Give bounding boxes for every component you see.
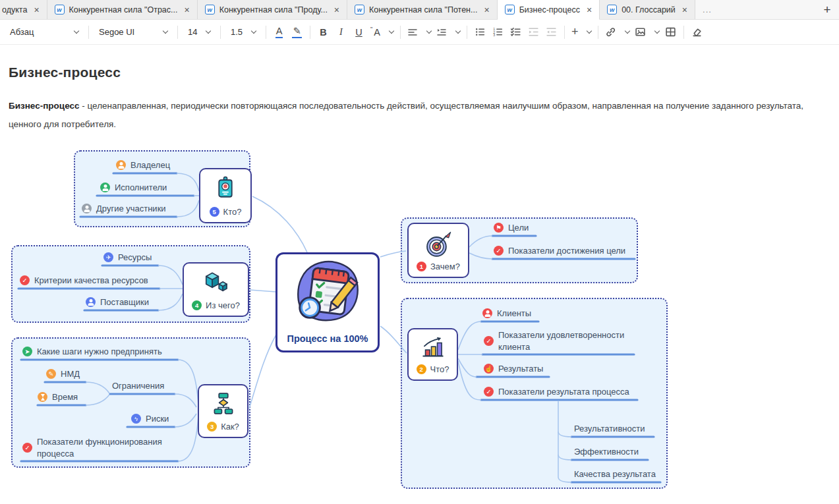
definition-paragraph: Бизнес-процесс - целенаправленная, перио…	[9, 97, 830, 134]
close-icon[interactable]: ×	[34, 5, 39, 14]
new-tab-button[interactable]: +	[815, 0, 839, 19]
tab-glossary[interactable]: w 00. Глоссарий ×	[600, 0, 695, 19]
paragraph-indent-button[interactable]	[434, 24, 463, 41]
mindmap-item: Показатели удовлетворенности клиента	[484, 329, 652, 353]
tab-business-process[interactable]: w Бизнес-процесс ×	[498, 0, 600, 20]
tab-label: 00. Глоссарий	[622, 5, 676, 14]
clear-formatting-button[interactable]	[688, 24, 706, 41]
number-badge: 4	[192, 300, 202, 310]
tab-otras[interactable]: w Конкурентная сила "Отрас... ×	[47, 0, 198, 19]
number-badge: 1	[417, 262, 426, 271]
font-color-glyph: A	[275, 26, 283, 38]
mindmap-subitem: Эффективности	[574, 446, 639, 458]
align-left-icon	[407, 27, 418, 38]
check-icon	[22, 443, 32, 453]
close-icon[interactable]: ×	[184, 5, 189, 14]
word-doc-icon: w	[205, 5, 215, 14]
plus-icon: +	[571, 25, 579, 39]
indent-marks-icon	[436, 27, 447, 38]
chevron-down-icon	[426, 28, 432, 34]
decrease-indent-button[interactable]	[542, 24, 560, 41]
word-doc-icon: w	[607, 5, 617, 14]
check-icon	[484, 336, 494, 346]
link-button[interactable]	[602, 24, 632, 41]
close-icon[interactable]: ×	[587, 5, 592, 14]
thumb-up-icon	[484, 364, 494, 374]
mindmap-subitem: Качества результата	[574, 468, 656, 480]
align-button[interactable]	[405, 24, 434, 41]
tab-label: Бизнес-процесс	[519, 5, 580, 14]
chevron-down-icon	[654, 28, 660, 34]
tab-poten[interactable]: w Конкурентная сила "Потен... ×	[347, 0, 498, 19]
quote-marks: ʺ	[370, 26, 372, 32]
more-text-format-button[interactable]: ʺ A	[368, 24, 396, 41]
chevron-down-icon	[587, 28, 592, 34]
tab-overflow-button[interactable]: ...	[695, 0, 719, 19]
italic-button[interactable]: I	[332, 24, 350, 41]
process-illustration-icon	[293, 260, 362, 324]
tab-produ[interactable]: w Конкурентная сила "Проду... ×	[198, 0, 347, 19]
definition-text: - целенаправленная, периодически повторя…	[9, 101, 803, 129]
toolbar: Абзац Segoe UI 14 1.5 A ✎ B I U ʺ A 123	[0, 20, 839, 45]
font-size-select[interactable]: 14	[182, 24, 216, 41]
insert-button[interactable]: +	[569, 24, 594, 41]
mindmap-item: Цели	[494, 222, 529, 234]
line-spacing-select[interactable]: 1.5	[225, 24, 262, 41]
divider	[598, 26, 598, 39]
font-color-button[interactable]: A	[270, 24, 288, 41]
tabbar-spacer	[719, 0, 815, 19]
more-format-glyph: A	[374, 27, 380, 38]
tab-label: Конкурентная сила "Потен...	[369, 5, 477, 14]
paragraph-style-select[interactable]: Абзац	[4, 24, 84, 41]
tab-cut[interactable]: одукта ×	[0, 0, 47, 19]
close-icon[interactable]: ×	[334, 5, 339, 14]
node-how: 3Как?	[198, 384, 248, 438]
mindmap-item: Показатели функционирования процесса	[22, 436, 186, 460]
plane-icon	[103, 252, 113, 262]
node-why: 1Зачем?	[407, 223, 469, 278]
eraser-icon	[691, 26, 703, 38]
divider	[467, 26, 467, 39]
chevron-down-icon	[251, 28, 256, 34]
close-icon[interactable]: ×	[682, 5, 687, 14]
increase-indent-button[interactable]	[525, 24, 542, 41]
image-button[interactable]	[632, 24, 662, 41]
node-label: Что?	[430, 364, 449, 374]
chevron-down-icon	[206, 28, 211, 34]
mindmap-subitem: Результативности	[574, 423, 645, 435]
hourglass-icon	[38, 392, 47, 402]
table-button[interactable]	[662, 24, 680, 41]
tab-label: одукта	[2, 5, 27, 14]
font-size-value: 14	[188, 27, 197, 37]
chevron-down-icon	[455, 28, 461, 34]
mindmap-image[interactable]: Процесс на 100% 5Кто? 4Из чего?	[0, 140, 839, 500]
check-icon	[494, 246, 504, 256]
mindmap-item: Клиенты	[482, 308, 531, 320]
central-node-label: Процесс на 100%	[287, 333, 368, 344]
decrease-indent-icon	[546, 26, 557, 38]
node-label: Из чего?	[206, 300, 240, 310]
close-icon[interactable]: ×	[484, 5, 489, 14]
mindmap-item: Риски	[131, 413, 169, 425]
tab-bar: одукта × w Конкурентная сила "Отрас... ×…	[0, 0, 839, 20]
mindmap-item: Поставщики	[86, 296, 149, 308]
tab-label: Конкурентная сила "Отрас...	[69, 5, 178, 14]
node-label: Кто?	[223, 207, 242, 217]
user-icon	[482, 308, 492, 318]
bold-button[interactable]: B	[314, 24, 332, 41]
highlight-color-button[interactable]: ✎	[288, 24, 306, 41]
font-family-select[interactable]: Segoe UI	[93, 24, 173, 41]
mindmap-item: Показатели результата процесса	[484, 386, 629, 398]
bullet-list-button[interactable]	[471, 24, 489, 41]
mindmap-item: НМД	[46, 368, 80, 380]
number-badge: 5	[210, 207, 219, 217]
node-from-what: 4Из чего?	[183, 262, 249, 317]
underline-button[interactable]: U	[350, 24, 368, 41]
check-list-button[interactable]	[507, 24, 525, 41]
divider	[177, 26, 178, 39]
number-badge: 3	[207, 422, 217, 432]
mindmap-item: Результаты	[484, 363, 543, 375]
steps-icon	[22, 347, 32, 356]
numbered-list-button[interactable]: 123	[489, 24, 507, 41]
mindmap-item: Владелец	[116, 159, 170, 171]
